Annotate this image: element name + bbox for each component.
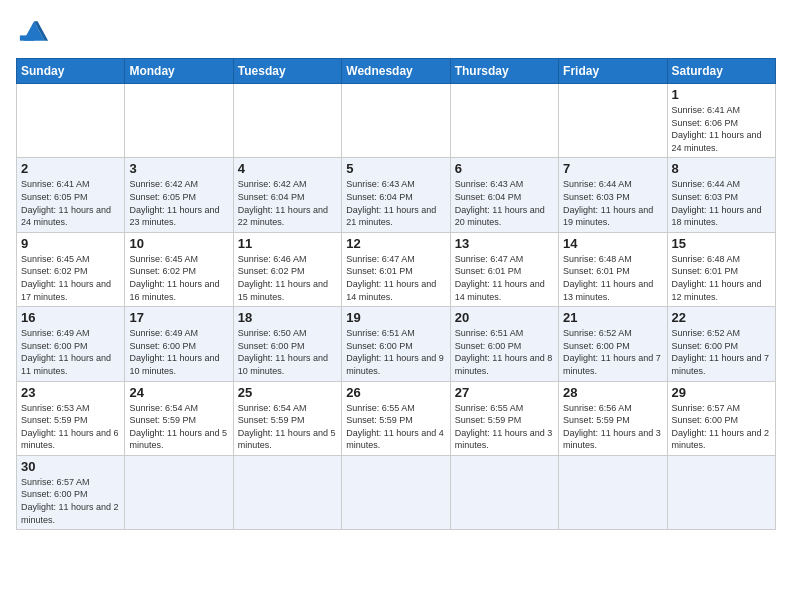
- header-sunday: Sunday: [17, 59, 125, 84]
- day-info: Sunrise: 6:51 AM Sunset: 6:00 PM Dayligh…: [346, 327, 445, 377]
- day-info: Sunrise: 6:41 AM Sunset: 6:05 PM Dayligh…: [21, 178, 120, 228]
- day-info: Sunrise: 6:49 AM Sunset: 6:00 PM Dayligh…: [129, 327, 228, 377]
- day-number: 20: [455, 310, 554, 325]
- day-info: Sunrise: 6:55 AM Sunset: 5:59 PM Dayligh…: [455, 402, 554, 452]
- day-info: Sunrise: 6:57 AM Sunset: 6:00 PM Dayligh…: [21, 476, 120, 526]
- calendar-cell: 28Sunrise: 6:56 AM Sunset: 5:59 PM Dayli…: [559, 381, 667, 455]
- calendar-cell: 13Sunrise: 6:47 AM Sunset: 6:01 PM Dayli…: [450, 232, 558, 306]
- calendar-cell: 12Sunrise: 6:47 AM Sunset: 6:01 PM Dayli…: [342, 232, 450, 306]
- header: [16, 16, 776, 46]
- calendar-table: SundayMondayTuesdayWednesdayThursdayFrid…: [16, 58, 776, 530]
- calendar-week-row: 23Sunrise: 6:53 AM Sunset: 5:59 PM Dayli…: [17, 381, 776, 455]
- calendar-cell: 20Sunrise: 6:51 AM Sunset: 6:00 PM Dayli…: [450, 307, 558, 381]
- day-number: 25: [238, 385, 337, 400]
- header-monday: Monday: [125, 59, 233, 84]
- day-info: Sunrise: 6:47 AM Sunset: 6:01 PM Dayligh…: [346, 253, 445, 303]
- day-info: Sunrise: 6:51 AM Sunset: 6:00 PM Dayligh…: [455, 327, 554, 377]
- day-info: Sunrise: 6:44 AM Sunset: 6:03 PM Dayligh…: [672, 178, 771, 228]
- calendar-cell: 10Sunrise: 6:45 AM Sunset: 6:02 PM Dayli…: [125, 232, 233, 306]
- calendar-cell: 4Sunrise: 6:42 AM Sunset: 6:04 PM Daylig…: [233, 158, 341, 232]
- logo: [16, 16, 56, 46]
- header-tuesday: Tuesday: [233, 59, 341, 84]
- logo-svg: [16, 16, 52, 46]
- day-number: 16: [21, 310, 120, 325]
- calendar-cell: 11Sunrise: 6:46 AM Sunset: 6:02 PM Dayli…: [233, 232, 341, 306]
- day-info: Sunrise: 6:54 AM Sunset: 5:59 PM Dayligh…: [238, 402, 337, 452]
- calendar-cell: [450, 455, 558, 529]
- day-number: 22: [672, 310, 771, 325]
- day-number: 27: [455, 385, 554, 400]
- day-number: 9: [21, 236, 120, 251]
- calendar-cell: 3Sunrise: 6:42 AM Sunset: 6:05 PM Daylig…: [125, 158, 233, 232]
- day-info: Sunrise: 6:43 AM Sunset: 6:04 PM Dayligh…: [455, 178, 554, 228]
- calendar-cell: 2Sunrise: 6:41 AM Sunset: 6:05 PM Daylig…: [17, 158, 125, 232]
- calendar-cell: 30Sunrise: 6:57 AM Sunset: 6:00 PM Dayli…: [17, 455, 125, 529]
- calendar-week-row: 2Sunrise: 6:41 AM Sunset: 6:05 PM Daylig…: [17, 158, 776, 232]
- calendar-cell: 21Sunrise: 6:52 AM Sunset: 6:00 PM Dayli…: [559, 307, 667, 381]
- day-info: Sunrise: 6:42 AM Sunset: 6:05 PM Dayligh…: [129, 178, 228, 228]
- day-number: 18: [238, 310, 337, 325]
- calendar-week-row: 9Sunrise: 6:45 AM Sunset: 6:02 PM Daylig…: [17, 232, 776, 306]
- calendar-cell: [342, 455, 450, 529]
- calendar-cell: 18Sunrise: 6:50 AM Sunset: 6:00 PM Dayli…: [233, 307, 341, 381]
- calendar-cell: 19Sunrise: 6:51 AM Sunset: 6:00 PM Dayli…: [342, 307, 450, 381]
- day-number: 12: [346, 236, 445, 251]
- calendar-cell: 8Sunrise: 6:44 AM Sunset: 6:03 PM Daylig…: [667, 158, 775, 232]
- calendar-cell: [342, 84, 450, 158]
- calendar-cell: 27Sunrise: 6:55 AM Sunset: 5:59 PM Dayli…: [450, 381, 558, 455]
- day-info: Sunrise: 6:45 AM Sunset: 6:02 PM Dayligh…: [129, 253, 228, 303]
- header-saturday: Saturday: [667, 59, 775, 84]
- day-number: 13: [455, 236, 554, 251]
- calendar-cell: 6Sunrise: 6:43 AM Sunset: 6:04 PM Daylig…: [450, 158, 558, 232]
- calendar-cell: 7Sunrise: 6:44 AM Sunset: 6:03 PM Daylig…: [559, 158, 667, 232]
- calendar-cell: [233, 84, 341, 158]
- calendar-cell: 25Sunrise: 6:54 AM Sunset: 5:59 PM Dayli…: [233, 381, 341, 455]
- day-number: 19: [346, 310, 445, 325]
- day-info: Sunrise: 6:53 AM Sunset: 5:59 PM Dayligh…: [21, 402, 120, 452]
- day-number: 3: [129, 161, 228, 176]
- calendar-cell: 24Sunrise: 6:54 AM Sunset: 5:59 PM Dayli…: [125, 381, 233, 455]
- calendar-cell: [233, 455, 341, 529]
- day-number: 4: [238, 161, 337, 176]
- day-number: 17: [129, 310, 228, 325]
- calendar-cell: 23Sunrise: 6:53 AM Sunset: 5:59 PM Dayli…: [17, 381, 125, 455]
- day-number: 7: [563, 161, 662, 176]
- calendar-cell: 1Sunrise: 6:41 AM Sunset: 6:06 PM Daylig…: [667, 84, 775, 158]
- calendar-cell: [17, 84, 125, 158]
- day-number: 8: [672, 161, 771, 176]
- day-number: 28: [563, 385, 662, 400]
- header-thursday: Thursday: [450, 59, 558, 84]
- day-info: Sunrise: 6:56 AM Sunset: 5:59 PM Dayligh…: [563, 402, 662, 452]
- calendar-week-row: 1Sunrise: 6:41 AM Sunset: 6:06 PM Daylig…: [17, 84, 776, 158]
- day-number: 30: [21, 459, 120, 474]
- day-number: 11: [238, 236, 337, 251]
- day-info: Sunrise: 6:44 AM Sunset: 6:03 PM Dayligh…: [563, 178, 662, 228]
- day-info: Sunrise: 6:52 AM Sunset: 6:00 PM Dayligh…: [672, 327, 771, 377]
- calendar-cell: 5Sunrise: 6:43 AM Sunset: 6:04 PM Daylig…: [342, 158, 450, 232]
- calendar-cell: 26Sunrise: 6:55 AM Sunset: 5:59 PM Dayli…: [342, 381, 450, 455]
- day-info: Sunrise: 6:41 AM Sunset: 6:06 PM Dayligh…: [672, 104, 771, 154]
- day-info: Sunrise: 6:47 AM Sunset: 6:01 PM Dayligh…: [455, 253, 554, 303]
- day-number: 15: [672, 236, 771, 251]
- day-number: 23: [21, 385, 120, 400]
- calendar-cell: 15Sunrise: 6:48 AM Sunset: 6:01 PM Dayli…: [667, 232, 775, 306]
- calendar-cell: 16Sunrise: 6:49 AM Sunset: 6:00 PM Dayli…: [17, 307, 125, 381]
- header-wednesday: Wednesday: [342, 59, 450, 84]
- day-info: Sunrise: 6:57 AM Sunset: 6:00 PM Dayligh…: [672, 402, 771, 452]
- calendar-cell: [125, 455, 233, 529]
- day-number: 21: [563, 310, 662, 325]
- day-number: 6: [455, 161, 554, 176]
- calendar-cell: [559, 84, 667, 158]
- day-info: Sunrise: 6:43 AM Sunset: 6:04 PM Dayligh…: [346, 178, 445, 228]
- calendar-cell: [559, 455, 667, 529]
- calendar-cell: 17Sunrise: 6:49 AM Sunset: 6:00 PM Dayli…: [125, 307, 233, 381]
- day-number: 1: [672, 87, 771, 102]
- day-info: Sunrise: 6:50 AM Sunset: 6:00 PM Dayligh…: [238, 327, 337, 377]
- day-info: Sunrise: 6:52 AM Sunset: 6:00 PM Dayligh…: [563, 327, 662, 377]
- calendar-cell: 9Sunrise: 6:45 AM Sunset: 6:02 PM Daylig…: [17, 232, 125, 306]
- day-number: 24: [129, 385, 228, 400]
- day-number: 10: [129, 236, 228, 251]
- header-friday: Friday: [559, 59, 667, 84]
- svg-rect-3: [20, 35, 34, 40]
- day-info: Sunrise: 6:46 AM Sunset: 6:02 PM Dayligh…: [238, 253, 337, 303]
